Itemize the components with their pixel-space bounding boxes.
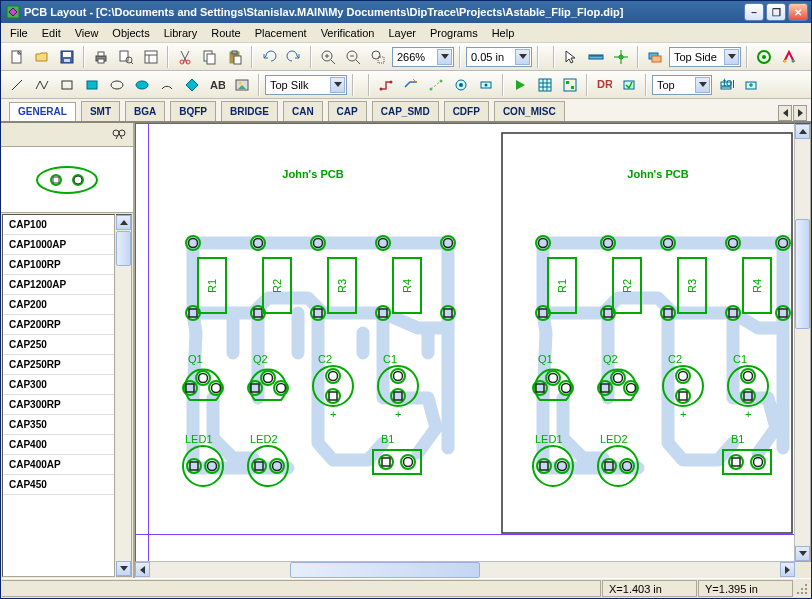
via-button[interactable]	[450, 74, 472, 96]
layer-up-button[interactable]: top	[715, 74, 737, 96]
net-check-button[interactable]	[618, 74, 640, 96]
drc-check-button[interactable]: DRC	[593, 74, 615, 96]
line-tool[interactable]	[6, 74, 28, 96]
silk-layer-combo[interactable]: Top Silk	[265, 75, 347, 95]
list-item[interactable]: CAP1000AP	[3, 235, 114, 255]
drc-button[interactable]	[753, 46, 775, 68]
cursor-button[interactable]	[560, 46, 582, 68]
image-tool[interactable]	[231, 74, 253, 96]
list-item[interactable]: CAP300RP	[3, 395, 114, 415]
route-layer-combo[interactable]: Top	[652, 75, 712, 95]
list-item[interactable]: CAP200	[3, 295, 114, 315]
save-button[interactable]	[56, 46, 78, 68]
zoom-window-button[interactable]	[367, 46, 389, 68]
autoplace-button[interactable]	[559, 74, 581, 96]
tab-scroll-right[interactable]	[793, 105, 807, 121]
pad-button[interactable]	[475, 74, 497, 96]
menu-library[interactable]: Library	[158, 25, 204, 41]
rect-fill-tool[interactable]	[81, 74, 103, 96]
svg-point-55	[390, 80, 393, 83]
part-list[interactable]: CAP100 CAP1000AP CAP100RP CAP1200AP CAP2…	[2, 214, 115, 577]
menu-help[interactable]: Help	[486, 25, 521, 41]
menu-objects[interactable]: Objects	[106, 25, 155, 41]
ellipse-fill-tool[interactable]	[131, 74, 153, 96]
resize-grip[interactable]	[793, 580, 811, 598]
canvas-hscroll[interactable]	[135, 562, 811, 578]
layer-add-button[interactable]	[740, 74, 762, 96]
redo-button[interactable]	[283, 46, 305, 68]
menu-route[interactable]: Route	[205, 25, 246, 41]
tab-scroll-left[interactable]	[778, 105, 792, 121]
part-list-scrollbar[interactable]	[116, 214, 132, 577]
list-item[interactable]: CAP450	[3, 475, 114, 495]
list-item[interactable]: CAP250RP	[3, 355, 114, 375]
grid-settings-button[interactable]	[534, 74, 556, 96]
cut-button[interactable]	[174, 46, 196, 68]
tab-con-misc[interactable]: CON_MISC	[494, 101, 565, 121]
list-item[interactable]: CAP250	[3, 335, 114, 355]
minimize-button[interactable]: –	[744, 3, 764, 21]
menu-layer[interactable]: Layer	[382, 25, 422, 41]
zoom-in-button[interactable]	[317, 46, 339, 68]
rect-tool[interactable]	[56, 74, 78, 96]
ellipse-tool[interactable]	[106, 74, 128, 96]
tab-bga[interactable]: BGA	[125, 101, 165, 121]
route-manual-button[interactable]	[375, 74, 397, 96]
print-button[interactable]	[90, 46, 112, 68]
tab-can[interactable]: CAN	[283, 101, 323, 121]
new-button[interactable]	[6, 46, 28, 68]
list-item[interactable]: CAP200RP	[3, 315, 114, 335]
list-item[interactable]: CAP300	[3, 375, 114, 395]
measure-button[interactable]	[585, 46, 607, 68]
list-item[interactable]: CAP350	[3, 415, 114, 435]
close-button[interactable]: ✕	[788, 3, 808, 21]
canvas-vscroll[interactable]	[795, 123, 811, 562]
tab-general[interactable]: GENERAL	[9, 102, 76, 122]
menu-programs[interactable]: Programs	[424, 25, 484, 41]
list-item[interactable]: CAP100	[3, 215, 114, 235]
about-icon[interactable]	[778, 46, 800, 68]
svg-point-49	[111, 81, 123, 89]
tab-cdfp[interactable]: CDFP	[444, 101, 489, 121]
maximize-button[interactable]: ❐	[766, 3, 786, 21]
design-canvas[interactable]: John's PCB R1 R2 R3 R4 Q1 Q2	[135, 123, 795, 562]
tab-bridge[interactable]: BRIDGE	[221, 101, 278, 121]
play-button[interactable]	[509, 74, 531, 96]
paste-button[interactable]	[224, 46, 246, 68]
tab-smt[interactable]: SMT	[81, 101, 120, 121]
pcb-right: John's PCB R1 R2 R3 R4 Q1 Q2 C2 C1	[508, 138, 795, 538]
preview-button[interactable]	[115, 46, 137, 68]
origin-button[interactable]	[610, 46, 632, 68]
menu-file[interactable]: File	[4, 25, 34, 41]
copy-button[interactable]	[199, 46, 221, 68]
list-item[interactable]: CAP100RP	[3, 255, 114, 275]
search-icon[interactable]	[111, 127, 127, 143]
polyline-tool[interactable]	[31, 74, 53, 96]
arc-tool[interactable]	[156, 74, 178, 96]
text-tool[interactable]: ABC	[206, 74, 228, 96]
layer-side-combo[interactable]: Top Side	[669, 47, 741, 67]
zoom-out-button[interactable]	[342, 46, 364, 68]
svg-point-58	[440, 79, 443, 82]
menu-view[interactable]: View	[69, 25, 105, 41]
list-item[interactable]: CAP400AP	[3, 455, 114, 475]
ratline-button[interactable]	[425, 74, 447, 96]
list-item[interactable]: CAP1200AP	[3, 275, 114, 295]
grid-combo[interactable]: 0.05 in	[466, 47, 532, 67]
route-edit-button[interactable]	[400, 74, 422, 96]
menu-edit[interactable]: Edit	[36, 25, 67, 41]
menu-placement[interactable]: Placement	[249, 25, 313, 41]
titles-button[interactable]	[140, 46, 162, 68]
list-item[interactable]: CAP400	[3, 435, 114, 455]
poly-tool[interactable]	[181, 74, 203, 96]
app-window: PCB Layout - [C:\Documents and Settings\…	[0, 0, 812, 599]
tab-bqfp[interactable]: BQFP	[170, 101, 216, 121]
undo-button[interactable]	[258, 46, 280, 68]
toolbar-draw: ABC Top Silk DRC Top top	[1, 71, 811, 99]
layer-display-button[interactable]	[644, 46, 666, 68]
zoom-combo[interactable]: 266%	[392, 47, 454, 67]
tab-cap-smd[interactable]: CAP_SMD	[372, 101, 439, 121]
open-button[interactable]	[31, 46, 53, 68]
menu-verification[interactable]: Verification	[315, 25, 381, 41]
tab-cap[interactable]: CAP	[328, 101, 367, 121]
